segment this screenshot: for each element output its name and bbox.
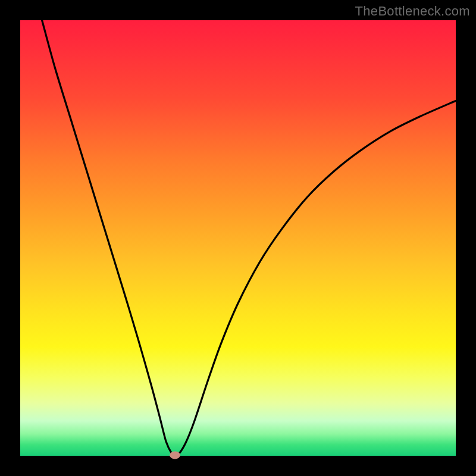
chart-frame: TheBottleneck.com bbox=[0, 0, 476, 476]
plot-area bbox=[20, 20, 456, 456]
watermark-text: TheBottleneck.com bbox=[355, 4, 470, 19]
bottleneck-curve bbox=[42, 20, 456, 456]
curve-svg bbox=[20, 20, 456, 456]
minimum-marker bbox=[170, 452, 180, 459]
